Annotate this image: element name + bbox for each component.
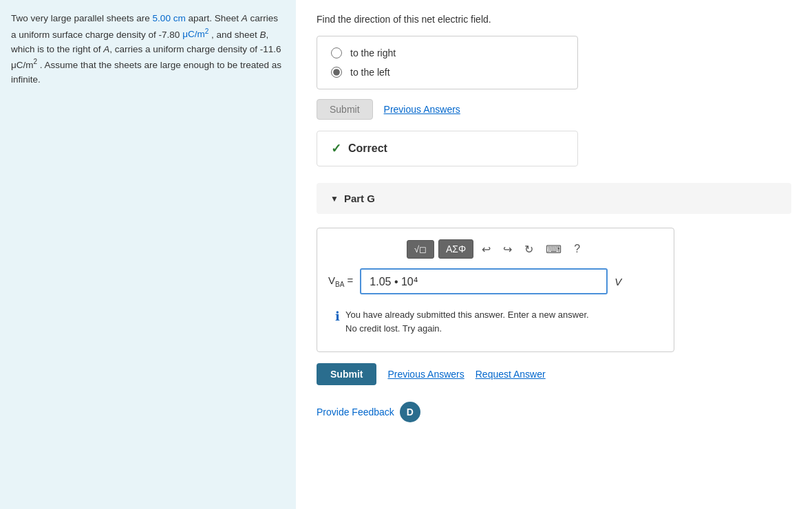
help-button[interactable]: ? — [570, 240, 584, 258]
correct-checkmark-icon: ✓ — [331, 141, 341, 156]
correct-text: Correct — [348, 142, 387, 155]
request-answer-button[interactable]: Request Answer — [476, 369, 546, 380]
radio-options-box: to the right to the left — [317, 36, 578, 89]
sheet-a-ref: A — [103, 44, 109, 54]
left-panel: Two very large parallel sheets are 5.00 … — [0, 0, 296, 509]
radio-label-right: to the right — [350, 47, 396, 58]
previous-answers-button2[interactable]: Previous Answers — [387, 369, 464, 380]
refresh-button[interactable]: ↻ — [520, 240, 537, 259]
sqrt-button[interactable]: √◻ — [407, 240, 434, 259]
correct-box: ✓ Correct — [317, 131, 578, 166]
keyboard-button[interactable]: ⌨ — [542, 240, 566, 259]
math-input-field[interactable] — [360, 268, 608, 294]
submit-button-active[interactable]: Submit — [317, 363, 376, 385]
radio-input-right[interactable] — [331, 47, 342, 58]
math-unit: V — [615, 276, 621, 288]
toolbar: √◻ ΑΣΦ ↩ ↪ ↻ ⌨ ? — [328, 239, 663, 259]
math-input-row: VBA = V — [328, 268, 663, 294]
problem-text: Two very large parallel sheets are 5.00 … — [11, 11, 285, 87]
radio-option-right[interactable]: to the right — [331, 47, 564, 58]
radio-input-left[interactable] — [331, 67, 342, 78]
part-g-label: Part G — [344, 193, 375, 204]
submit-button-inactive[interactable]: Submit — [317, 99, 373, 120]
feedback-logo: D — [400, 402, 420, 422]
redo-button[interactable]: ↪ — [499, 240, 516, 259]
part-g-arrow-icon[interactable]: ▼ — [330, 194, 339, 204]
warning-text: You have already submitted this answer. … — [345, 308, 589, 335]
right-panel: Find the direction of this net electric … — [296, 0, 812, 509]
warning-line1: You have already submitted this answer. … — [345, 310, 589, 320]
feedback-row: Provide Feedback D — [317, 402, 791, 422]
warning-line2: No credit lost. Try again. — [345, 323, 442, 334]
warning-icon: ℹ — [335, 309, 340, 324]
question-label: Find the direction of this net electric … — [317, 14, 791, 25]
part-g-section: ▼ Part G — [317, 183, 791, 214]
math-variable-label: VBA = — [328, 274, 353, 288]
sheet-a-label: A — [242, 13, 248, 23]
previous-answers-link[interactable]: Previous Answers — [384, 104, 460, 115]
submit-row: Submit Previous Answers — [317, 99, 791, 120]
input-area: √◻ ΑΣΦ ↩ ↪ ↻ ⌨ ? VBA = V ℹ You have alre… — [317, 228, 674, 352]
highlight-distance: 5.00 cm — [153, 13, 186, 23]
provide-feedback-link[interactable]: Provide Feedback — [317, 407, 394, 418]
math-equals: = — [348, 274, 354, 286]
undo-button[interactable]: ↩ — [478, 240, 495, 259]
math-subscript: BA — [335, 281, 344, 288]
highlight-density-a: μC/m2 — [182, 29, 209, 39]
bottom-submit-row: Submit Previous Answers Request Answer — [317, 363, 791, 385]
sheet-b-label: B — [260, 29, 266, 39]
symbol-button[interactable]: ΑΣΦ — [438, 239, 473, 259]
radio-option-left[interactable]: to the left — [331, 67, 564, 78]
radio-label-left: to the left — [350, 67, 390, 78]
warning-message: ℹ You have already submitted this answer… — [328, 303, 663, 340]
